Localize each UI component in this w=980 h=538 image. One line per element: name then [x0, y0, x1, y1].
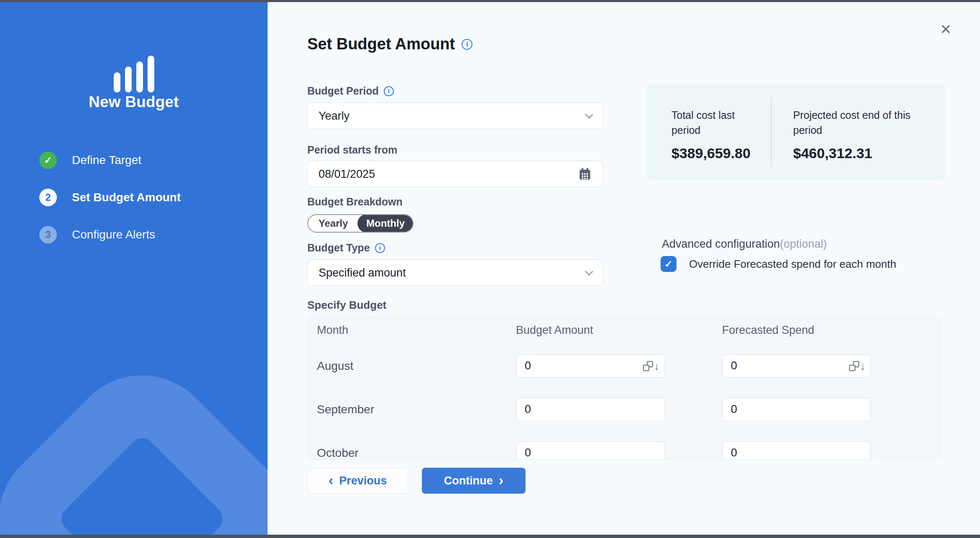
budget-period-select[interactable]: Yearly — [307, 102, 603, 129]
toggle-option-monthly[interactable]: Monthly — [357, 214, 413, 233]
table-header-row: Month Budget Amount Forecasted Spend — [308, 317, 941, 344]
budget-amount-field — [516, 441, 665, 460]
step-number-badge: 2 — [39, 189, 57, 206]
step-set-budget-amount[interactable]: 2 Set Budget Amount — [39, 189, 259, 206]
previous-button-label: Previous — [339, 474, 387, 487]
chevron-left-icon: ‹ — [329, 473, 333, 487]
forecasted-spend-input[interactable] — [722, 359, 870, 372]
month-cell: August — [308, 359, 516, 373]
continue-button[interactable]: Continue › — [422, 468, 526, 494]
logo-bar — [125, 67, 132, 92]
toggle-option-yearly[interactable]: Yearly — [308, 215, 358, 232]
period-starts-label: Period starts from — [307, 144, 397, 156]
logo-bar — [114, 72, 120, 92]
wizard-steps: ✓ Define Target 2 Set Budget Amount 3 Co… — [39, 151, 259, 263]
forecasted-spend-field — [722, 441, 871, 460]
advanced-config-optional: (optional) — [780, 238, 827, 251]
advanced-config-title: Advanced configuration — [662, 238, 780, 251]
budget-period-label-row: Budget Period i — [307, 85, 394, 97]
override-forecast-label: Override Forecasted spend for each month — [689, 258, 896, 271]
info-icon[interactable]: i — [375, 243, 385, 253]
budget-type-value: Specified amount — [319, 266, 406, 279]
specify-budget-label: Specify Budget — [307, 299, 386, 312]
budget-type-label: Budget Type — [307, 242, 370, 254]
stat-total-cost: Total cost last period $389,659.80 — [647, 97, 771, 167]
budget-period-label: Budget Period — [307, 85, 379, 97]
calendar-icon[interactable] — [578, 167, 592, 181]
column-header-forecasted-spend: Forecasted Spend — [722, 324, 941, 337]
wizard-actions: ‹ Previous Continue › — [307, 468, 526, 494]
info-icon[interactable]: i — [462, 39, 472, 50]
logo-bar — [148, 56, 154, 92]
wizard-title: New Budget — [0, 93, 268, 111]
table-row-september: September — [308, 388, 941, 431]
budget-amount-field — [516, 398, 665, 421]
override-forecast-checkbox[interactable]: ✓ — [661, 256, 676, 272]
logo-bar — [136, 61, 143, 92]
close-icon[interactable]: ✕ — [937, 20, 955, 38]
bar-chart-logo-icon — [0, 56, 268, 92]
budget-period-value: Yearly — [319, 110, 350, 123]
budget-breakdown-label: Budget Breakdown — [307, 196, 403, 208]
window-top-edge — [0, 0, 980, 2]
forecasted-spend-input[interactable] — [722, 403, 870, 416]
column-header-month: Month — [308, 324, 516, 337]
page-title: Set Budget Amount — [307, 35, 455, 53]
step-label: Define Target — [72, 154, 141, 167]
month-cell: October — [308, 446, 516, 460]
info-icon[interactable]: i — [384, 86, 394, 96]
budget-breakdown-toggle: Yearly Monthly — [307, 214, 413, 233]
budget-wizard-modal: New Budget ✓ Define Target 2 Set Budget … — [0, 0, 980, 538]
step-label: Set Budget Amount — [72, 191, 181, 204]
budget-type-label-row: Budget Type i — [307, 242, 385, 254]
copy-down-icon[interactable]: ↓ — [849, 361, 865, 371]
page-title-row: Set Budget Amount i — [307, 35, 472, 53]
table-row-october: October — [308, 431, 941, 460]
budget-breakdown-label-row: Budget Breakdown — [307, 196, 403, 208]
step-define-target[interactable]: ✓ Define Target — [39, 151, 259, 169]
period-starts-field — [307, 161, 603, 187]
cost-stats-box: Total cost last period $389,659.80 Proje… — [647, 84, 945, 180]
advanced-config-title-row: Advanced configuration(optional) — [662, 238, 827, 251]
forecasted-spend-field — [722, 398, 871, 421]
stat-label: Projected cost end of this period — [793, 108, 930, 138]
month-cell: September — [308, 403, 516, 416]
chevron-down-icon — [585, 110, 593, 119]
budget-type-select[interactable]: Specified amount — [307, 259, 603, 286]
step-label: Configure Alerts — [72, 228, 155, 241]
stat-value: $389,659.80 — [671, 145, 771, 161]
column-header-budget-amount: Budget Amount — [516, 324, 722, 337]
budget-amount-input[interactable] — [516, 359, 664, 372]
budget-amount-input[interactable] — [516, 446, 664, 459]
chevron-right-icon: › — [499, 473, 503, 487]
step-configure-alerts[interactable]: 3 Configure Alerts — [39, 226, 259, 243]
override-forecast-row: ✓ Override Forecasted spend for each mon… — [661, 256, 896, 272]
table-row-august: August ↓ ↓ — [308, 344, 941, 388]
period-starts-input[interactable] — [319, 168, 578, 181]
stat-label: Total cost last period — [671, 108, 755, 138]
step-number-badge: 3 — [39, 226, 57, 243]
period-starts-label-row: Period starts from — [307, 144, 397, 156]
specify-budget-table: Month Budget Amount Forecasted Spend Aug… — [307, 316, 941, 460]
stat-projected-cost: Projected cost end of this period $460,3… — [771, 84, 930, 180]
previous-button[interactable]: ‹ Previous — [307, 468, 408, 494]
wizard-sidebar: New Budget ✓ Define Target 2 Set Budget … — [0, 2, 268, 535]
budget-amount-field: ↓ — [516, 354, 665, 378]
copy-down-icon[interactable]: ↓ — [643, 361, 659, 371]
forecasted-spend-input[interactable] — [722, 446, 870, 459]
window-bottom-edge — [0, 535, 980, 538]
stat-value: $460,312.31 — [793, 145, 930, 161]
budget-amount-input[interactable] — [516, 403, 664, 416]
forecasted-spend-field: ↓ — [722, 354, 871, 378]
chevron-down-icon — [585, 267, 593, 276]
step-complete-check-icon: ✓ — [39, 151, 57, 169]
continue-button-label: Continue — [444, 474, 493, 487]
